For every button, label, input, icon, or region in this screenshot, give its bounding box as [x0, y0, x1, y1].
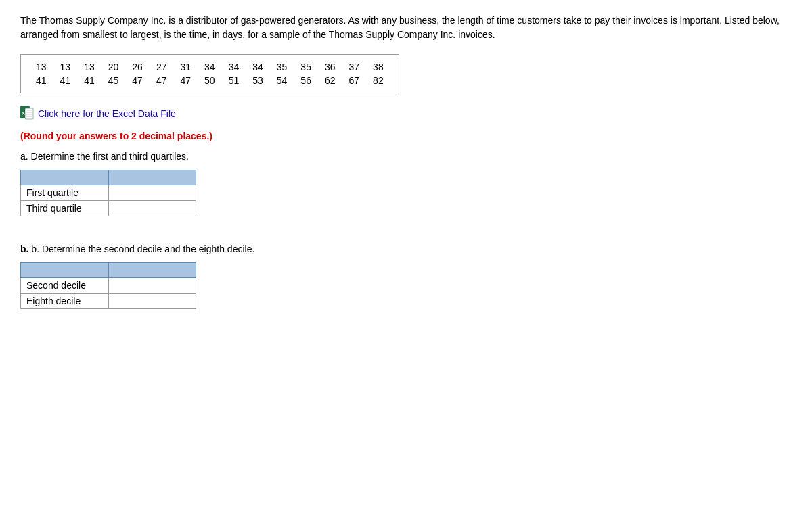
table-row: Second decile — [21, 278, 196, 294]
data-cell: 54 — [270, 74, 294, 87]
section-a-header-value — [108, 170, 196, 185]
data-table: 1313132026273134343435353637384141414547… — [29, 60, 390, 87]
data-cell: 47 — [125, 74, 150, 87]
data-cell: 36 — [318, 60, 342, 74]
eighth-decile-input[interactable] — [109, 294, 196, 308]
data-cell: 37 — [342, 60, 367, 74]
section-a-table: First quartileThird quartile — [20, 170, 196, 216]
second-decile-label: Second decile — [21, 278, 109, 294]
section-b-table: Second decileEighth decile — [20, 262, 196, 309]
data-cell: 35 — [270, 60, 294, 74]
data-cell: 34 — [246, 60, 270, 74]
first-quartile-label: First quartile — [21, 185, 109, 201]
first-quartile-cell[interactable] — [108, 185, 196, 201]
data-cell: 82 — [366, 74, 390, 87]
data-cell: 13 — [29, 60, 53, 74]
eighth-decile-cell[interactable] — [108, 294, 196, 309]
data-cell: 51 — [222, 74, 246, 87]
third-quartile-cell[interactable] — [108, 201, 196, 216]
section-b-header-empty — [21, 263, 109, 278]
data-cell: 38 — [366, 60, 390, 74]
data-cell: 13 — [77, 60, 102, 74]
round-note: (Round your answers to 2 decimal places.… — [20, 131, 792, 141]
svg-rect-3 — [26, 112, 32, 113]
second-decile-input[interactable] — [109, 278, 196, 293]
section-b-bold: b. — [20, 243, 28, 254]
data-cell: 35 — [294, 60, 318, 74]
third-quartile-input[interactable] — [109, 201, 196, 216]
section-b-text: b. Determine the second decile and the e… — [31, 243, 254, 254]
data-cell: 31 — [173, 60, 198, 74]
section-a-header-empty — [21, 170, 109, 185]
excel-icon: X — [20, 106, 34, 121]
table-row: Third quartile — [21, 201, 196, 216]
data-cell: 53 — [246, 74, 270, 87]
svg-rect-2 — [26, 110, 32, 111]
data-cell: 34 — [222, 60, 246, 74]
data-cell: 13 — [53, 60, 78, 74]
data-cell: 62 — [318, 74, 342, 87]
data-cell: 50 — [198, 74, 222, 87]
data-cell: 34 — [198, 60, 222, 74]
data-cell: 41 — [53, 74, 78, 87]
data-cell: 20 — [102, 60, 126, 74]
data-cell: 41 — [77, 74, 102, 87]
data-cell: 26 — [125, 60, 150, 74]
eighth-decile-label: Eighth decile — [21, 294, 109, 309]
data-cell: 47 — [150, 74, 174, 87]
section-b-header-value — [108, 263, 196, 278]
data-cell: 45 — [102, 74, 126, 87]
first-quartile-input[interactable] — [109, 185, 196, 200]
data-cell: 67 — [342, 74, 367, 87]
table-row: First quartile — [21, 185, 196, 201]
data-cell: 27 — [150, 60, 174, 74]
data-cell: 47 — [173, 74, 198, 87]
section-a-label: a. Determine the first and third quartil… — [20, 151, 792, 162]
svg-rect-4 — [26, 114, 32, 115]
excel-link-label: Click here for the Excel Data File — [38, 108, 176, 119]
second-decile-cell[interactable] — [108, 278, 196, 294]
data-cell: 56 — [294, 74, 318, 87]
excel-link[interactable]: X Click here for the Excel Data File — [20, 106, 792, 121]
table-row: Eighth decile — [21, 294, 196, 309]
section-b-label: b. b. Determine the second decile and th… — [20, 243, 792, 254]
svg-rect-5 — [26, 116, 32, 117]
data-table-container: 1313132026273134343435353637384141414547… — [20, 54, 399, 93]
svg-text:X: X — [22, 111, 25, 116]
third-quartile-label: Third quartile — [21, 201, 109, 216]
intro-paragraph: The Thomas Supply Company Inc. is a dist… — [20, 14, 792, 42]
data-cell: 41 — [29, 74, 53, 87]
